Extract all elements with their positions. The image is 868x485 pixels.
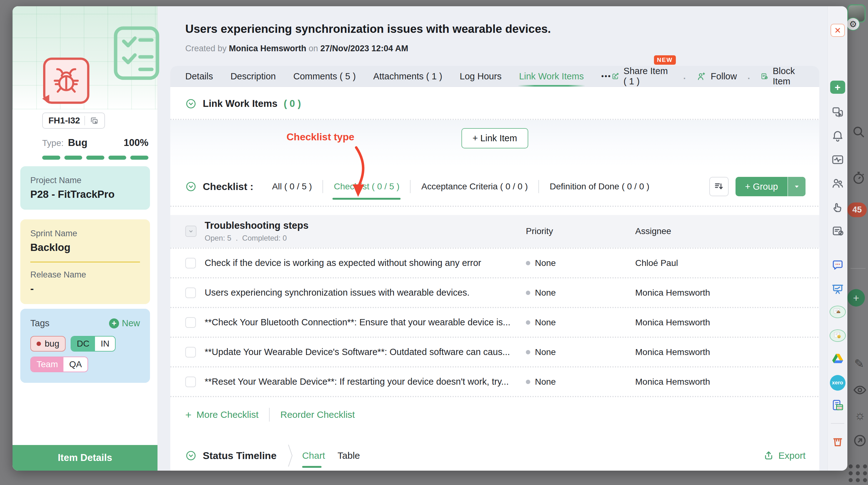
row-checkbox[interactable] (185, 347, 196, 358)
tab-attachments[interactable]: Attachments ( 1 ) (373, 71, 442, 82)
priority-cell[interactable]: None (526, 317, 635, 328)
drag-handle-dots[interactable] (849, 464, 867, 482)
more-tabs-button[interactable]: ••• (601, 72, 612, 80)
follow-button[interactable]: Follow (696, 71, 737, 82)
assignee-cell[interactable]: Monica Hemsworth (635, 347, 810, 357)
activity-monitor-icon[interactable] (831, 153, 844, 166)
tag-team-qa[interactable]: Team QA (30, 357, 88, 372)
separator-dot: . (747, 71, 750, 81)
row-checkbox[interactable] (185, 376, 196, 387)
add-fab-button[interactable]: + (847, 289, 865, 307)
item-id-pill: FH1-I32 (42, 113, 105, 129)
comment-bubble-icon[interactable] (831, 259, 844, 272)
chevron-down-icon (188, 228, 194, 234)
annotation-text: Checklist type (286, 131, 354, 143)
checklist-header: Checklist : All ( 0 / 5 ) Checklist ( 0 … (170, 168, 819, 196)
close-modal-button[interactable] (831, 24, 845, 37)
row-checkbox[interactable] (185, 317, 196, 328)
whiteboard-icon[interactable] (831, 282, 844, 296)
tab-log-hours[interactable]: Log Hours (460, 71, 501, 82)
detail-tab-card: Details Description Comments ( 5 ) Attac… (170, 66, 819, 461)
add-item-button[interactable]: + (830, 81, 845, 94)
release-label: Release Name (30, 270, 140, 280)
group-dropdown-caret[interactable] (787, 177, 806, 196)
item-details-button[interactable]: Item Details (12, 445, 157, 471)
progress-segment (86, 156, 104, 160)
plus-icon: + (185, 409, 191, 421)
tab-description[interactable]: Description (230, 71, 276, 82)
priority-cell[interactable]: None (526, 288, 635, 298)
row-checkbox[interactable] (185, 287, 196, 298)
doc-approval-icon[interactable] (830, 329, 846, 342)
checklist-tab-all[interactable]: All ( 0 / 5 ) (261, 182, 323, 191)
group-counts: Open: 5 . Completed: 0 (205, 234, 526, 243)
tag-dc-in[interactable]: DC IN (71, 336, 116, 352)
page-title: Users experiencing synchronization issue… (170, 23, 819, 36)
collapse-section-icon[interactable] (185, 98, 196, 110)
delete-trash-icon[interactable] (831, 435, 844, 448)
eye-icon[interactable] (853, 384, 867, 396)
sprint-label: Sprint Name (30, 229, 140, 238)
share-item-button[interactable]: NEW Share Item ( 1 ) (612, 66, 673, 87)
add-link-item-button[interactable]: + Link Item (461, 128, 528, 148)
checklist-row: Users experiencing synchronization issue… (170, 278, 819, 307)
tab-content: Link Work Items ( 0 ) + Link Item Checkl… (170, 87, 819, 471)
collapse-section-icon[interactable] (185, 181, 196, 192)
share-icon (612, 71, 619, 81)
copy-id-icon[interactable] (89, 116, 99, 125)
settings-gear-icon[interactable]: ⚙ (846, 18, 860, 31)
notifications-bell-icon[interactable] (831, 129, 844, 143)
reorder-checklist-button[interactable]: Reorder Checklist (280, 410, 354, 420)
checklist-tab-acceptance[interactable]: Acceptance Criteria ( 0 / 0 ) (410, 182, 538, 191)
duplicate-icon[interactable] (831, 105, 844, 119)
priority-cell[interactable]: None (526, 377, 635, 387)
google-drive-icon[interactable] (831, 353, 844, 365)
checklist-footer: + More Checklist Reorder Checklist (170, 397, 819, 432)
status-tab-chart[interactable]: Chart (302, 450, 325, 461)
notebook-calendar-icon[interactable] (831, 399, 844, 412)
note-edit-icon[interactable] (831, 224, 844, 238)
priority-cell[interactable]: None (526, 258, 635, 268)
sprint-value: Backlog (30, 242, 140, 253)
users-icon[interactable] (831, 177, 844, 190)
pencil-icon[interactable]: ✎ (854, 357, 864, 371)
xero-icon[interactable]: xero (830, 375, 845, 391)
section-title: Link Work Items (203, 98, 277, 110)
tab-comments[interactable]: Comments ( 5 ) (293, 71, 356, 82)
status-timeline-header: Status Timeline Chart Table Export (170, 432, 819, 466)
add-tag-button[interactable]: + New (109, 318, 140, 328)
assignee-cell[interactable]: Monica Hemsworth (635, 317, 810, 328)
search-icon[interactable] (852, 125, 866, 139)
row-checkbox[interactable] (185, 258, 196, 268)
priority-cell[interactable]: None (526, 347, 635, 357)
assignee-cell[interactable]: Monica Hemsworth (635, 288, 810, 298)
timer-icon[interactable] (852, 171, 866, 185)
group-title: Troubleshooting steps (205, 220, 526, 231)
assignee-cell[interactable]: Monica Hemsworth (635, 377, 810, 387)
sort-button[interactable] (709, 177, 728, 196)
tab-link-work-items[interactable]: Link Work Items (519, 71, 584, 82)
progress-segment (130, 156, 148, 160)
progress-segment (108, 156, 127, 160)
annotation-arrow (327, 144, 395, 204)
brightness-icon[interactable]: ☼ (854, 408, 866, 422)
status-tab-table[interactable]: Table (337, 450, 360, 461)
block-item-button[interactable]: Block Item (761, 66, 806, 87)
rail-divider (831, 423, 844, 424)
group-collapse-checkbox[interactable] (185, 225, 196, 237)
tour-icon[interactable] (853, 434, 867, 448)
tag-bug[interactable]: bug (30, 336, 66, 352)
tab-details[interactable]: Details (185, 71, 213, 82)
priority-dot-icon (526, 350, 530, 354)
hand-pointer-icon[interactable] (831, 201, 844, 214)
release-value: - (30, 283, 140, 295)
export-button[interactable]: Export (763, 450, 806, 461)
card-divider (30, 262, 140, 263)
checklist-tab-dod[interactable]: Definition of Done ( 0 / 0 ) (539, 182, 660, 191)
more-checklist-button[interactable]: + More Checklist (185, 409, 258, 421)
add-group-button[interactable]: + Group (736, 177, 806, 196)
notification-count-badge[interactable]: 45 (847, 203, 867, 217)
assignee-cell[interactable]: Chloé Paul (635, 258, 810, 268)
collapse-section-icon[interactable] (185, 450, 196, 461)
stamp-icon[interactable] (830, 306, 846, 318)
